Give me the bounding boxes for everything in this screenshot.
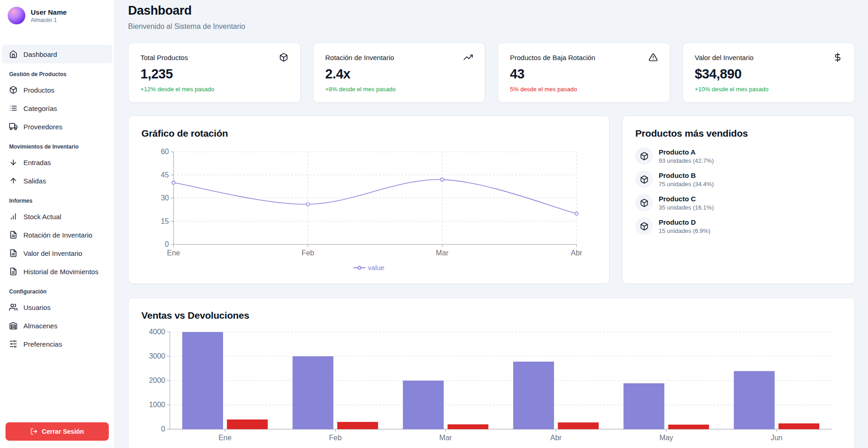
stat-value: $34,890	[695, 66, 843, 82]
sidebar-item-label: Stock Actual	[23, 213, 62, 221]
sidebar-item-productos[interactable]: Productos	[2, 81, 112, 99]
sales-chart-card: Ventas vs Devoluciones 01000200030004000…	[128, 298, 855, 448]
charts-row: Gráfico de rotación 015304560EneFebMarAb…	[128, 116, 855, 284]
sidebar-item-almacenes[interactable]: Almacenes	[2, 316, 112, 335]
sidebar-item-stock-actual[interactable]: Stock Actual	[2, 207, 112, 226]
sidebar-item-label: Almacenes	[23, 322, 57, 330]
sidebar-item-label: Historial de Movimientos	[23, 268, 98, 276]
legend-label: value	[368, 264, 385, 271]
rotation-line-chart[interactable]: 015304560EneFebMarAbr	[141, 145, 596, 261]
product-item[interactable]: Producto A 93 unidades (42.7%)	[635, 147, 841, 165]
package-icon	[279, 53, 288, 62]
warehouse-icon	[9, 321, 17, 330]
home-icon	[9, 50, 17, 58]
svg-text:4000: 4000	[149, 328, 165, 336]
sidebar-item-label: Valor del Inventario	[23, 249, 82, 257]
top-products-title: Productos más vendidos	[635, 128, 841, 139]
user-name: User Name	[31, 8, 67, 16]
svg-text:1000: 1000	[149, 401, 165, 409]
svg-text:Mar: Mar	[436, 249, 449, 257]
svg-text:Feb: Feb	[329, 434, 342, 442]
line-series-icon	[353, 265, 365, 270]
product-item[interactable]: Producto C 35 unidades (16.1%)	[635, 194, 841, 211]
section-title-informes: Informes	[0, 190, 114, 207]
product-detail: 93 unidades (42.7%)	[659, 157, 714, 164]
stat-card-baja-rotacion: Productos de Baja Rotación 43 5% desde e…	[498, 43, 670, 103]
svg-text:0: 0	[165, 240, 169, 248]
logout-button[interactable]: Cerrar Sesión	[6, 422, 109, 441]
sidebar-item-valor-inventario[interactable]: Valor del Inventario	[2, 244, 112, 262]
product-info: Producto A 93 unidades (42.7%)	[659, 148, 714, 164]
stat-card-total-productos: Total Productos 1,235 +12% desde el mes …	[128, 43, 301, 103]
sidebar-item-dashboard[interactable]: Dashboard	[2, 45, 112, 63]
trending-up-icon	[464, 53, 473, 62]
user-profile[interactable]: User Name Almacén 1	[0, 0, 114, 31]
sales-chart-area: 01000200030004000EneFebMarAbrMayJun Vent…	[141, 327, 841, 448]
stat-change: +10% desde el mes pasado	[695, 86, 843, 93]
stat-card-valor-inventario: Valor del Inventario $34,890 +10% desde …	[683, 43, 855, 103]
file-text-icon	[9, 249, 17, 257]
top-products-card: Productos más vendidos Producto A 93 uni…	[622, 116, 855, 284]
section-title-movimientos: Movimientos de Inventario	[0, 136, 114, 153]
package-icon	[635, 217, 653, 235]
sidebar-item-proveedores[interactable]: Proveedores	[2, 117, 112, 136]
sidebar-item-historial-movimientos[interactable]: Historial de Movimientos	[2, 262, 112, 281]
product-item[interactable]: Producto B 75 unidades (34.4%)	[635, 171, 841, 188]
product-name: Producto A	[659, 148, 714, 156]
file-text-icon	[9, 267, 17, 276]
rotation-chart-title: Gráfico de rotación	[141, 128, 596, 139]
sliders-icon	[9, 340, 17, 348]
stat-change: +12% desde el mes pasado	[140, 86, 288, 93]
package-icon	[9, 86, 17, 94]
product-name: Producto B	[659, 171, 714, 179]
package-icon	[635, 194, 653, 211]
svg-text:Abr: Abr	[550, 434, 562, 442]
legend-item-value[interactable]: value	[353, 264, 385, 271]
line-chart-legend: value	[141, 264, 596, 271]
sidebar-item-rotacion-inventario[interactable]: Rotación de Inventario	[2, 226, 112, 244]
sales-bar-chart[interactable]: 01000200030004000EneFebMarAbrMayJun	[141, 327, 841, 446]
stat-title: Total Productos	[140, 54, 188, 61]
section-title-configuracion: Configuración	[0, 281, 114, 298]
sidebar-item-label: Proveedores	[23, 123, 62, 131]
page-subtitle: Bienvenido al Sistema de Inventario	[128, 22, 855, 31]
product-item[interactable]: Producto D 15 unidades (6.9%)	[635, 217, 841, 235]
sidebar-item-label: Rotación de Inventario	[23, 231, 92, 239]
stats-row: Total Productos 1,235 +12% desde el mes …	[128, 43, 855, 103]
sidebar-item-categorias[interactable]: Categorías	[2, 99, 112, 117]
svg-text:Ene: Ene	[167, 249, 180, 257]
svg-text:0: 0	[161, 425, 165, 433]
svg-text:Jun: Jun	[771, 434, 783, 442]
package-icon	[635, 147, 653, 165]
main-content: Dashboard Bienvenido al Sistema de Inven…	[115, 0, 868, 448]
sidebar-item-salidas[interactable]: Salidas	[2, 171, 112, 190]
stat-title: Rotación de Inventario	[325, 54, 394, 61]
svg-text:15: 15	[161, 217, 169, 225]
bar-chart-icon	[9, 212, 17, 221]
svg-text:Abr: Abr	[571, 249, 583, 257]
svg-text:Feb: Feb	[302, 249, 314, 257]
user-info: User Name Almacén 1	[31, 8, 67, 23]
svg-text:60: 60	[161, 148, 169, 155]
svg-text:May: May	[659, 434, 673, 442]
product-name: Producto D	[659, 218, 711, 226]
sidebar-item-usuarios[interactable]: Usuarios	[2, 298, 112, 316]
dollar-sign-icon	[833, 53, 842, 62]
sales-chart-title: Ventas vs Devoluciones	[141, 310, 841, 321]
stat-title: Productos de Baja Rotación	[510, 54, 595, 61]
sidebar-item-preferencias[interactable]: Preferencias	[2, 335, 112, 353]
sidebar: User Name Almacén 1 Dashboard Gestión de…	[0, 0, 115, 448]
svg-text:Mar: Mar	[439, 434, 452, 442]
rotation-chart-area: 015304560EneFebMarAbr value	[141, 145, 596, 271]
sidebar-item-label: Dashboard	[23, 50, 57, 58]
arrow-up-icon	[9, 177, 17, 185]
user-avatar	[7, 6, 26, 25]
user-warehouse: Almacén 1	[31, 17, 67, 23]
stat-card-header: Productos de Baja Rotación	[510, 53, 658, 62]
stat-value: 2.4x	[325, 66, 473, 82]
sidebar-item-label: Categorías	[23, 105, 57, 112]
product-info: Producto C 35 unidades (16.1%)	[659, 195, 714, 211]
sidebar-item-entradas[interactable]: Entradas	[2, 153, 112, 171]
stat-card-header: Total Productos	[140, 53, 288, 62]
product-info: Producto D 15 unidades (6.9%)	[659, 218, 711, 234]
